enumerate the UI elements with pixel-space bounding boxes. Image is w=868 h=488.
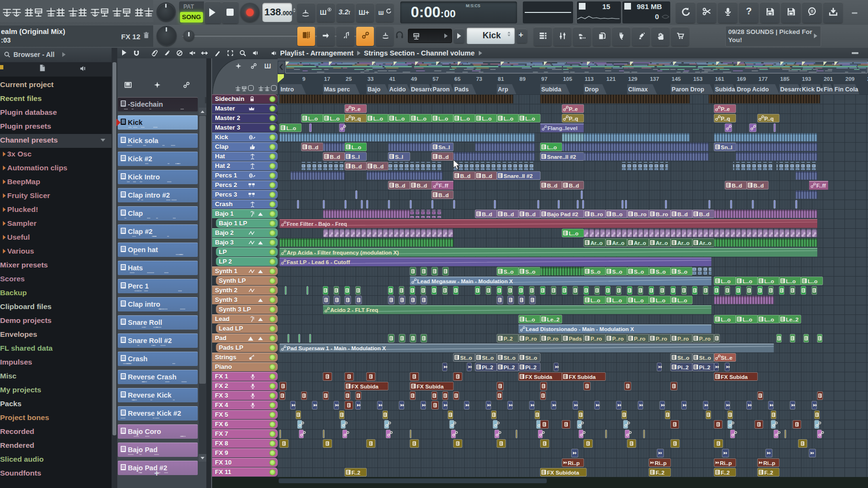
- svg-text:St..o: St..o: [677, 355, 689, 361]
- svg-text:97: 97: [541, 76, 548, 82]
- svg-text:St..o: St..o: [504, 355, 516, 361]
- svg-text:Drop Acido: Drop Acido: [737, 86, 769, 93]
- svg-text:Pi..2: Pi..2: [677, 365, 689, 370]
- svg-text:Paron: Paron: [433, 86, 450, 93]
- svg-text:Fin: Fin: [823, 86, 833, 93]
- svg-text:P..e: P..e: [569, 106, 578, 112]
- svg-text:177: 177: [758, 76, 767, 82]
- svg-text:P..ro: P..ro: [612, 336, 624, 342]
- svg-text:B..d: B..d: [699, 211, 710, 217]
- svg-text:S..o: S..o: [634, 269, 644, 275]
- svg-text:9: 9: [302, 76, 305, 82]
- svg-text:B..d: B..d: [547, 183, 558, 189]
- svg-text:L..o: L..o: [330, 116, 339, 122]
- svg-text:Subida: Subida: [541, 86, 562, 93]
- svg-text:B..ro: B..ro: [590, 211, 603, 217]
- svg-text:FX Subida: FX Subida: [569, 374, 596, 380]
- svg-text:B..d: B..d: [439, 192, 449, 198]
- svg-text:B..ro: B..ro: [634, 211, 646, 217]
- svg-text:41: 41: [389, 76, 395, 82]
- svg-text:F..ff: F..ff: [816, 183, 826, 189]
- svg-text:B..d: B..d: [439, 154, 449, 160]
- svg-text:Ri..p: Ri..p: [568, 460, 580, 466]
- svg-text:Snare..ll #2: Snare..ll #2: [547, 154, 576, 160]
- svg-text:FX Subida: FX Subida: [351, 384, 379, 389]
- svg-text:Drop: Drop: [585, 86, 599, 93]
- svg-text:113: 113: [585, 76, 594, 82]
- svg-text:P..ro: P..ro: [655, 336, 667, 342]
- svg-text:Intro: Intro: [281, 86, 294, 93]
- svg-text:FX Subida: FX Subida: [417, 384, 444, 389]
- svg-text:209: 209: [845, 76, 855, 82]
- svg-text:L..o: L..o: [634, 298, 643, 303]
- svg-text:S..o: S..o: [590, 269, 600, 275]
- svg-text:St..e: St..e: [721, 355, 733, 361]
- svg-text:Ar..o: Ar..o: [634, 240, 646, 246]
- svg-text:L..o: L..o: [764, 317, 774, 322]
- svg-text:Ar..o: Ar..o: [612, 240, 625, 246]
- svg-text:Fast LP - Lead 6 - Cutoff: Fast LP - Lead 6 - Cutoff: [287, 259, 350, 265]
- svg-text:F..2: F..2: [764, 470, 773, 476]
- svg-text:Ar..o: Ar..o: [655, 240, 668, 246]
- svg-text:St..o: St..o: [525, 355, 537, 361]
- svg-text:Ri..p: Ri..p: [763, 460, 775, 466]
- svg-text:B..d: B..d: [308, 144, 318, 150]
- svg-text:Arp: Arp: [498, 86, 508, 93]
- svg-text:P..q: P..q: [764, 116, 774, 122]
- svg-text:B..d: B..d: [351, 164, 362, 169]
- svg-text:161: 161: [715, 76, 725, 82]
- svg-text:P..2: P..2: [504, 336, 513, 342]
- svg-text:81: 81: [498, 76, 504, 82]
- svg-text:L..o: L..o: [612, 298, 622, 303]
- svg-text:L..o: L..o: [417, 116, 426, 122]
- svg-text:153: 153: [693, 76, 702, 82]
- svg-text:Acido: Acido: [389, 86, 406, 93]
- svg-text:Fin Cola: Fin Cola: [834, 86, 858, 93]
- svg-text:B..d: B..d: [395, 183, 406, 189]
- svg-text:St..o: St..o: [699, 355, 711, 361]
- svg-text:49: 49: [411, 76, 417, 82]
- svg-text:Le..2: Le..2: [786, 317, 799, 322]
- svg-text:B..d: B..d: [754, 183, 764, 189]
- svg-text:F..ff: F..ff: [439, 183, 449, 189]
- svg-text:Desarro: Desarro: [780, 86, 803, 93]
- svg-text:L..o: L..o: [590, 298, 600, 303]
- svg-text:89: 89: [519, 76, 526, 82]
- svg-text:Paron Drop: Paron Drop: [672, 86, 704, 93]
- svg-text:Lead Megasaw - Main - Modulati: Lead Megasaw - Main - Modulation X: [417, 278, 513, 284]
- svg-text:B..d: B..d: [569, 183, 579, 189]
- svg-text:F..2: F..2: [721, 470, 730, 476]
- svg-text:Sn..l: Sn..l: [721, 144, 733, 150]
- svg-text:L..o: L..o: [655, 298, 665, 303]
- svg-text:Mas perc: Mas perc: [324, 86, 350, 93]
- svg-text:B..d: B..d: [373, 164, 384, 169]
- svg-text:B..d: B..d: [460, 173, 471, 179]
- svg-text:L..o: L..o: [786, 278, 796, 284]
- svg-text:B..d: B..d: [482, 173, 492, 179]
- svg-text:B..o: B..o: [612, 211, 623, 217]
- svg-text:B..ro: B..ro: [655, 211, 668, 217]
- svg-text:F..2: F..2: [655, 470, 665, 476]
- svg-text:P..q: P..q: [351, 116, 361, 122]
- svg-text:P..ro: P..ro: [547, 336, 559, 342]
- svg-text:Arp Acida - Filter frequency (: Arp Acida - Filter frequency (modulation…: [287, 250, 399, 255]
- svg-text:33: 33: [368, 76, 374, 82]
- svg-text:B..d: B..d: [417, 183, 427, 189]
- svg-text:121: 121: [607, 76, 616, 82]
- svg-text:Ar..o: Ar..o: [677, 240, 690, 246]
- svg-text:P..ro: P..ro: [634, 336, 645, 342]
- svg-text:Pads: Pads: [454, 86, 469, 93]
- svg-text:L..o: L..o: [504, 116, 513, 122]
- svg-text:25: 25: [346, 76, 352, 82]
- svg-text:145: 145: [672, 76, 681, 82]
- svg-text:Free Filter - Bajo - Freq: Free Filter - Bajo - Freq: [287, 221, 347, 227]
- svg-text:Ar..o: Ar..o: [590, 240, 603, 246]
- svg-text:P..q: P..q: [721, 116, 731, 122]
- svg-text:Sn..l: Sn..l: [439, 144, 450, 150]
- svg-text:105: 105: [563, 76, 573, 82]
- svg-text:L..o: L..o: [677, 298, 687, 303]
- svg-text:S..o: S..o: [677, 269, 688, 275]
- svg-text:193: 193: [802, 76, 811, 82]
- svg-text:L..o: L..o: [395, 116, 405, 122]
- svg-text:129: 129: [628, 76, 637, 82]
